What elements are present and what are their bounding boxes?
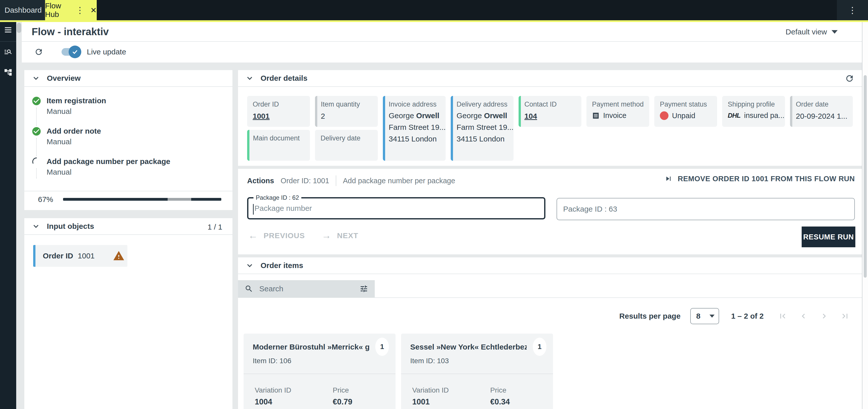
item-title: Sessel »New York« Echtlederbezu... — [410, 343, 527, 351]
divider — [238, 86, 862, 87]
prev-page-icon[interactable] — [799, 311, 808, 321]
detail-card-payment-status: Payment status Unpaid — [654, 96, 717, 127]
step-mode: Manual — [46, 168, 71, 177]
price-label: Price — [490, 386, 506, 394]
detail-card-payment-method: Payment method Invoice — [586, 96, 649, 127]
rail-divider — [0, 41, 16, 42]
step-mode: Manual — [46, 107, 71, 116]
step-done-icon — [31, 96, 41, 106]
collapse-chevron-icon[interactable] — [245, 261, 254, 270]
chevron-down-icon — [710, 315, 715, 318]
overview-panel: Overview Item registration Manual Add or… — [24, 70, 232, 210]
actions-breadcrumb: Actions Order ID: 1001 Add package numbe… — [247, 176, 455, 186]
variation-id-value: 1004 — [255, 397, 272, 406]
skip-icon — [664, 175, 673, 183]
package-number-input[interactable] — [248, 198, 544, 218]
price-value: €0.34 — [490, 397, 510, 406]
page-header: Flow - interaktiv Default view Live upda… — [22, 22, 868, 63]
step-title: Item registration — [46, 96, 106, 105]
tab-close-icon[interactable]: ✕ — [90, 6, 97, 15]
address-name: George Orwell — [457, 112, 511, 120]
search-flows-icon[interactable] — [4, 47, 12, 56]
contact-id-link[interactable]: 104 — [524, 112, 579, 121]
address-city: 34115 London — [389, 135, 443, 143]
collapse-chevron-icon[interactable] — [32, 74, 40, 83]
collapse-chevron-icon[interactable] — [245, 74, 254, 83]
chevron-down-icon — [832, 30, 838, 34]
refresh-icon[interactable] — [845, 74, 854, 83]
actions-context: Order ID: 1001 — [281, 177, 329, 185]
remove-order-button[interactable]: REMOVE ORDER ID 1001 FROM THIS FLOW RUN — [664, 175, 855, 183]
package-input-62[interactable]: Package ID : 62 — [247, 197, 546, 219]
window-menu-button[interactable]: ⋮ — [837, 0, 868, 20]
previous-button[interactable]: ← PREVIOUS — [248, 230, 305, 241]
variation-id-value: 1001 — [412, 397, 430, 406]
input-objects-title: Input objects — [47, 222, 94, 230]
hamburger-menu-icon[interactable] — [4, 26, 12, 34]
input-objects-counter: 1 / 1 — [208, 223, 222, 231]
tab-flow-hub-kebab-icon[interactable]: ⋮ — [76, 6, 84, 14]
next-button[interactable]: → NEXT — [321, 230, 358, 241]
first-page-icon[interactable] — [778, 311, 787, 321]
package-input-63[interactable] — [557, 198, 855, 220]
tab-flow-hub[interactable]: Flow Hub ⋮ ✕ — [45, 0, 97, 20]
input-objects-header: Input objects 1 / 1 — [24, 218, 232, 234]
order-details-header: Order details — [238, 70, 862, 86]
progress-segment-current — [167, 198, 191, 201]
progress-bar — [63, 198, 221, 201]
card-label: Main document — [253, 134, 307, 142]
unpaid-status-dot — [660, 112, 669, 120]
tab-dashboard[interactable]: Dashboard ⋮ — [0, 0, 45, 20]
scrollbar-thumb[interactable] — [864, 75, 867, 278]
input-object-label: Order ID — [43, 252, 73, 260]
detail-card-delivery-address: Delivery address George Orwell Farm Stre… — [451, 96, 514, 161]
divider — [401, 374, 553, 374]
order-item-card[interactable]: Sessel »New York« Echtlederbezu... 1 Ite… — [401, 334, 553, 409]
last-page-icon[interactable] — [840, 311, 850, 321]
left-scrollbar-thumb[interactable] — [17, 23, 21, 33]
order-id-link[interactable]: 1001 — [253, 112, 307, 121]
search-input[interactable] — [259, 284, 360, 293]
card-label: Delivery date — [320, 134, 375, 142]
collapse-chevron-icon[interactable] — [32, 222, 40, 230]
step-title: Add order note — [46, 127, 101, 135]
previous-button-label: PREVIOUS — [264, 231, 305, 240]
card-label: Payment status — [660, 100, 715, 108]
view-selector-label: Default view — [786, 28, 827, 36]
detail-card-order-id: Order ID 1001 — [247, 96, 310, 127]
step-running-spinner-icon — [31, 157, 41, 167]
refresh-icon[interactable] — [34, 47, 43, 57]
view-selector[interactable]: Default view — [786, 28, 838, 36]
variation-id-label: Variation ID — [255, 386, 291, 394]
price-label: Price — [333, 386, 349, 394]
results-per-page-value: 8 — [696, 312, 701, 320]
input-object-card[interactable]: Order ID 1001 — [33, 245, 127, 267]
payment-status-value: Unpaid — [660, 112, 715, 120]
warning-icon — [113, 250, 125, 262]
item-quantity-badge: 1 — [375, 338, 389, 356]
step-title: Add package number per package — [46, 157, 170, 166]
detail-card-main-document: Main document — [247, 130, 310, 161]
order-item-card[interactable]: Moderner Bürostuhl »Merrick« grün 1 Item… — [244, 334, 396, 409]
resume-run-button[interactable]: RESUME RUN — [802, 226, 855, 247]
shipping-profile-value: DHL insured pa... — [728, 112, 782, 120]
flow-tree-icon[interactable] — [4, 68, 12, 77]
actions-step-name: Add package number per package — [343, 177, 455, 185]
left-nav-rail — [0, 22, 16, 409]
detail-card-invoice-address: Invoice address George Orwell Farm Stree… — [383, 96, 446, 161]
divider — [24, 86, 232, 87]
live-update-toggle[interactable] — [62, 48, 80, 56]
next-page-icon[interactable] — [819, 311, 829, 321]
detail-card-shipping-profile: Shipping profile DHL insured pa... — [722, 96, 785, 127]
vertical-scrollbar[interactable] — [862, 22, 868, 409]
item-title: Moderner Bürostuhl »Merrick« grün — [253, 343, 369, 351]
address-city: 34115 London — [457, 135, 511, 143]
results-per-page-select[interactable]: 8 — [690, 308, 719, 324]
package-number-input[interactable] — [557, 198, 854, 220]
filter-tune-icon[interactable] — [360, 284, 368, 293]
input-object-value: 1001 — [78, 252, 95, 260]
divider — [244, 374, 396, 374]
order-items-search[interactable] — [238, 280, 375, 297]
divider — [24, 234, 232, 235]
price-value: €0.79 — [333, 397, 352, 406]
